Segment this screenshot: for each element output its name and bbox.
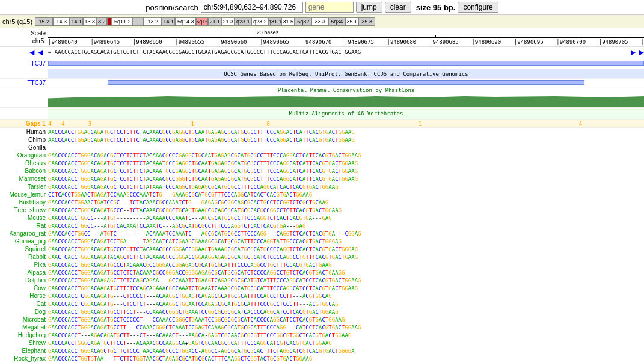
multiz-label[interactable] (0, 108, 48, 119)
conservation-content: Placental Mammal Conservation by PhastCo… (48, 87, 644, 107)
alignment-row: HedgehogGAACCCACCT---AGACAGATGCTT---CT--… (0, 331, 644, 339)
scale-section: Scale chr5: 20 bases │94890640 │94890645… (0, 28, 644, 47)
alignment-sequence: CCTCACCTGGAACTGAGATCCAAAGCCCAAATCTG---GA… (48, 192, 312, 198)
scale-ruler-label: 20 bases (257, 29, 279, 35)
nav-right-arrow[interactable]: ►► (629, 47, 644, 57)
species-label[interactable]: Squirrel (0, 246, 48, 252)
species-label[interactable]: Gorilla (0, 144, 48, 151)
species-label[interactable]: Cat (0, 300, 48, 307)
alignment-row: BushbabyGAACCACCTGGAACTGATCCGC---TCTACAA… (0, 198, 644, 206)
alignment-row: Tree_shrewGAACCCACCTGGGACAGATGCCC--TCTAC… (0, 206, 644, 214)
chromosome-segment: 14.1 (162, 17, 175, 26)
chromosome-bar: chr5 (q15) 15.214.314.113.33.25q11.213.2… (0, 15, 644, 28)
species-label[interactable]: Tree_shrew (0, 207, 48, 213)
configure-button[interactable]: configure (458, 2, 498, 13)
alignment-sequence: GAACCCACCTGGGACAGATGCCTCCCCCT---CCAAACCG… (48, 317, 345, 323)
alignment-row: PikaGAACCCACCTGGGACAGATGCCCTACAAACGCCGGG… (0, 261, 644, 269)
species-label[interactable]: Megabat (0, 324, 48, 331)
alignment-row: CowGAACCCACCTGGGACAAGATGCTTCTCCAGCAGAAAC… (0, 284, 644, 292)
chromosome-label: chr5 (q15) (2, 18, 32, 25)
species-label[interactable]: Hedgehog (0, 332, 48, 338)
species-label[interactable]: Bushbaby (0, 199, 48, 206)
species-label[interactable]: Rabbit (0, 254, 48, 260)
species-label[interactable]: Mouse_lemur (0, 191, 48, 198)
clear-button[interactable]: clear (385, 2, 411, 13)
species-label[interactable]: Microbat (0, 316, 48, 323)
gaps-label[interactable]: Gaps 1 (0, 120, 48, 127)
species-label[interactable]: Baboon (0, 168, 48, 174)
species-label[interactable]: Marmoset (0, 175, 48, 182)
alignment-row: DogGAACCCACCTGGGACAGATGCCTTCCT---CCAAACC… (0, 308, 644, 316)
alignment-sequence: GAACCCACCTGGGACAGATGCCC--TCTACAAACGCGGCT… (48, 207, 342, 213)
species-label[interactable]: Rock_hyrax (0, 355, 48, 362)
alignment-row: DolphinGAACCCACCTGGGACAAGAGCTTCTCCAGCAGA… (0, 276, 644, 284)
alignment-sequence: AACCCACCTGGAGCAGATGCTCCTCTTCTACAAACGCCGA… (48, 137, 355, 143)
alignment-row: Gorilla (0, 144, 644, 151)
alignment-row: MarmosetGAACCCACCTGGGACAGATGCTCCTCTTCTAC… (0, 175, 644, 183)
chromosome-segment: 13.2 (144, 17, 162, 26)
ttc37-track-row: TTC37 (0, 58, 644, 69)
alignment-row: BaboonGAACCCACCTGGGACAGATGCTCCTCTTCTACAA… (0, 167, 644, 175)
chromosome-segment: 15.2 (35, 17, 53, 26)
jump-button[interactable]: jump (356, 2, 382, 13)
ttc37-track-label2[interactable]: TTC37 (0, 79, 48, 87)
position-input[interactable] (201, 2, 303, 13)
position-numbers: │94890640 │94890645 │94890650 │94890655 … (48, 39, 644, 45)
gaps-label-text: Gaps 1 (26, 120, 46, 127)
chromosome-segment: q23.1 (235, 17, 251, 26)
nav-left-arrow[interactable]: ◄◄ (28, 47, 44, 57)
chromosome-segment: 35.3 (358, 17, 375, 26)
ucsc-genes-label[interactable] (0, 69, 48, 78)
alignment-sequence: GAACCCACCTGGGACAGATGCCCTACAAACGCCGGGACCG… (48, 262, 332, 268)
species-label[interactable]: Horse (0, 293, 48, 299)
species-label[interactable]: Rat (0, 222, 48, 229)
alignment-sequence: GAACCCACCTGGGACAGATGCTCCTCTTCTACAAATGCCG… (48, 168, 358, 174)
ttc37-track-label[interactable]: TTC37 (0, 58, 48, 69)
gaps-track-row: Gaps 1 4 4 3 1 8 1 4 8 * (0, 120, 644, 128)
alignment-row: RabbitGAACTCACCTGGGACAGATACAGCTCTTCTACAA… (0, 253, 644, 261)
top-bar: position/search jump clear size 95 bp. c… (0, 0, 644, 15)
species-label[interactable]: Guinea_pig (0, 238, 48, 245)
alignment-row: MouseGAACCCACCTGGCC---ATGT---------ACAAA… (0, 214, 644, 222)
chromosome-segment: 35.1 (345, 17, 358, 26)
species-label[interactable]: Tarsier (0, 183, 48, 190)
conservation-track-row: Placental Mammal Conservation by PhastCo… (0, 87, 644, 108)
alignment-sequence: GAACCCACCTGGGACAGACGCTCCTCTTCTATAAATCCCA… (48, 184, 339, 190)
alignment-sequence: GAACCCACCTGGTGTAA---TTCTTCTGGTAACGCTAGAG… (48, 356, 312, 362)
species-label[interactable]: Pika (0, 261, 48, 268)
alignments-section: HumanAACCCACCTGGAGCAGATGCTCCTCTTCTACAAAC… (0, 128, 644, 363)
species-label[interactable]: Dog (0, 308, 48, 315)
species-label[interactable]: Human (0, 129, 48, 135)
species-label[interactable]: Rhesus (0, 160, 48, 166)
alignment-sequence: AACCCACCTGGAGCAGATGCTCCTCTTCTACAAACGCCGA… (48, 129, 355, 135)
alignment-row: Rock_hyraxGAACCCACCTGGTGTAA---TTCTTCTGGT… (0, 355, 644, 362)
gene-input[interactable] (305, 2, 354, 13)
multiz-text: Multiz Alignments of 46 Vertebrates (289, 111, 403, 117)
alignment-sequence: GAACCCACCTGGGACAGACGCTCCTCTTCTACAAACGCCC… (48, 153, 361, 159)
species-label[interactable]: Chimp (0, 136, 48, 143)
alignment-row: ChimpAACCCACCTGGAGCAGATGCTCCTCTTCTACAAAC… (0, 136, 644, 144)
chr5-label: chr5: (32, 38, 46, 44)
species-label[interactable]: Orangutan (0, 152, 48, 159)
conservation-label[interactable] (0, 87, 48, 107)
chromosome-ideogram[interactable]: 15.214.314.113.33.25q11.213.214.15q14.35… (35, 17, 642, 26)
alignment-sequence: GAACCCACCTGGGACAAGAGCTTCTCCAGCAGAA---GCC… (48, 278, 361, 284)
alignment-sequence: GAACCCACCTGGGACAAGATGCTTCTCCAGCAGAAACGCC… (48, 285, 358, 291)
alignment-sequence: GAACCCACCTGGGACAGATGCCCCGTTCTACAAACGCCGG… (48, 246, 358, 252)
species-label[interactable]: Cow (0, 285, 48, 291)
species-label[interactable]: Elephant (0, 347, 48, 354)
alignment-sequence: GAACCCACCTGGCC---ATGT---------ACAAAACCCA… (48, 215, 332, 221)
alignment-sequence: GAACCACCTGGCC---ATGTC---------ACAAAATCCA… (48, 231, 361, 237)
chromosome-segment: 13.3 (83, 17, 96, 26)
species-label[interactable]: Shrew (0, 340, 48, 346)
multiz-content: Multiz Alignments of 46 Vertebrates (48, 108, 644, 119)
alignment-sequence: GAACCCACCT---AGACAGATGCTT---CT---ACAAACT… (48, 332, 351, 338)
species-label[interactable]: Kangaroo_rat (0, 230, 48, 237)
ttc37-track-content2 (48, 79, 644, 87)
alignment-row: HumanAACCCACCTGGAGCAGATGCTCCTCTTCTACAAAC… (0, 128, 644, 136)
species-label[interactable]: Mouse (0, 215, 48, 221)
species-label[interactable]: Dolphin (0, 277, 48, 284)
scale-label: Scale (31, 30, 46, 37)
nav-dna-section: ◄◄ → AACCCACCTGGAGCAGATGCTCCTCTTCTACAAAC… (0, 47, 644, 58)
species-label[interactable]: Alpaca (0, 269, 48, 276)
